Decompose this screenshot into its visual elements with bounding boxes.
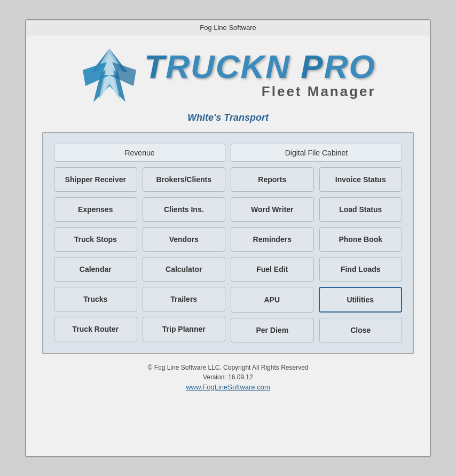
logo-area: TRUCKN PRO Fleet Manager — [42, 46, 414, 105]
trip-planner-button[interactable]: Trip Planner — [143, 317, 226, 341]
load-status-button[interactable]: Load Status — [319, 197, 403, 222]
btn-row-6-right: Per Diem Close — [231, 318, 402, 342]
find-loads-button[interactable]: Find Loads — [319, 257, 403, 282]
btn-row-1-right: Reports Invoice Status — [231, 167, 402, 192]
right-headers: Digital File Cabinet — [231, 144, 402, 162]
company-name: White's Transport — [187, 112, 269, 123]
website-link[interactable]: www.FogLineSoftware.com — [148, 383, 309, 391]
truck-router-button[interactable]: Truck Router — [54, 317, 137, 341]
reports-button[interactable]: Reports — [231, 167, 314, 192]
brokers-clients-button[interactable]: Brokers/Clients — [143, 167, 226, 192]
left-headers: Revenue — [54, 144, 225, 162]
btn-row-4-right: Fuel Edit Find Loads — [231, 257, 402, 282]
trailers-button[interactable]: Trailers — [143, 287, 226, 311]
btn-row-1-left: Shipper Receiver Brokers/Clients — [54, 167, 225, 192]
word-writer-button[interactable]: Word Writer — [231, 197, 314, 222]
utilities-button[interactable]: Utilities — [319, 287, 403, 313]
btn-row-5-left: Trucks Trailers — [54, 287, 225, 311]
app-subtitle: Fleet Manager — [144, 83, 375, 100]
btn-row-6-left: Truck Router Trip Planner — [54, 317, 225, 341]
main-window: Fog Line Software TRUCKN PRO Fleet Manag… — [25, 19, 431, 457]
app-title: TRUCKN PRO — [144, 50, 375, 83]
footer: © Fog Line Software LLC. Copyright All R… — [148, 364, 309, 396]
reminders-button[interactable]: Reminders — [231, 227, 314, 252]
right-section: Reports Invoice Status Word Writer Load … — [231, 167, 402, 342]
truck-stops-button[interactable]: Truck Stops — [54, 227, 137, 252]
logo-icon — [80, 46, 139, 105]
main-content: TRUCKN PRO Fleet Manager White's Transpo… — [26, 35, 430, 456]
all-columns: Shipper Receiver Brokers/Clients Expense… — [54, 167, 402, 342]
copyright-text: © Fog Line Software LLC. Copyright All R… — [148, 364, 309, 371]
btn-row-5-right: APU Utilities — [231, 287, 402, 313]
title-bar: Fog Line Software — [26, 20, 430, 35]
calendar-button[interactable]: Calendar — [54, 257, 137, 282]
title-text: Fog Line Software — [200, 24, 256, 32]
btn-row-3-right: Reminders Phone Book — [231, 227, 402, 252]
logo-text-area: TRUCKN PRO Fleet Manager — [144, 50, 375, 100]
revenue-header: Revenue — [54, 144, 225, 162]
per-diem-button[interactable]: Per Diem — [231, 318, 314, 342]
section-headers-row: Revenue Digital File Cabinet — [54, 144, 402, 162]
main-panel: Revenue Digital File Cabinet Shipper Rec… — [42, 132, 414, 354]
calculator-button[interactable]: Calculator — [143, 257, 226, 282]
fuel-edit-button[interactable]: Fuel Edit — [231, 257, 314, 282]
btn-row-2-right: Word Writer Load Status — [231, 197, 402, 222]
clients-ins-button[interactable]: Clients Ins. — [143, 197, 226, 222]
shipper-receiver-button[interactable]: Shipper Receiver — [54, 167, 137, 192]
digital-cabinet-header: Digital File Cabinet — [231, 144, 402, 162]
apu-button[interactable]: APU — [231, 287, 313, 313]
trucks-button[interactable]: Trucks — [54, 287, 137, 311]
close-button[interactable]: Close — [319, 318, 403, 342]
vendors-button[interactable]: Vendors — [143, 227, 226, 252]
btn-row-2-left: Expenses Clients Ins. — [54, 197, 225, 222]
phone-book-button[interactable]: Phone Book — [319, 227, 403, 252]
invoice-status-button[interactable]: Invoice Status — [319, 167, 403, 192]
btn-row-4-left: Calendar Calculator — [54, 257, 225, 282]
version-text: Version: 16.09.12 — [148, 373, 309, 381]
left-section: Shipper Receiver Brokers/Clients Expense… — [54, 167, 225, 342]
btn-row-3-left: Truck Stops Vendors — [54, 227, 225, 252]
expenses-button[interactable]: Expenses — [54, 197, 137, 222]
